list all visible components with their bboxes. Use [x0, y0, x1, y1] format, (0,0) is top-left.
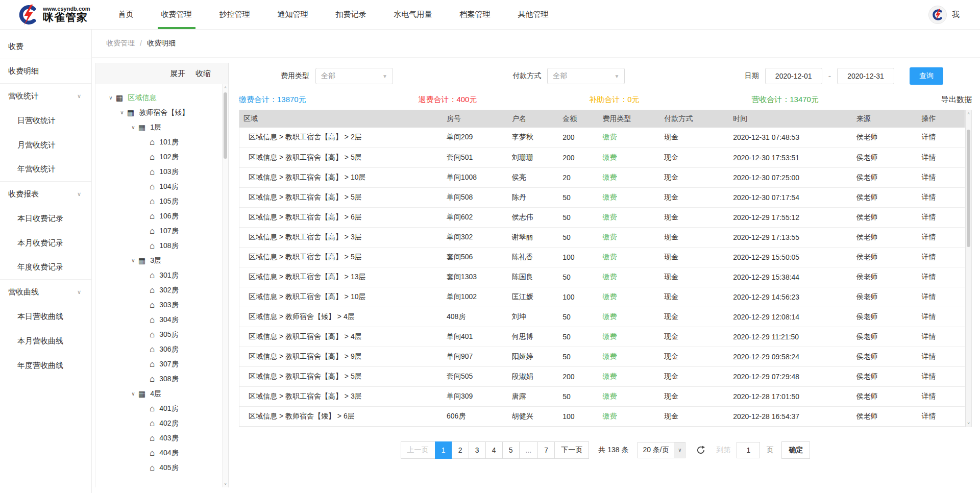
tree-node[interactable]: ∨ ▦ ⌂ 401房 — [95, 401, 221, 416]
search-button[interactable]: 查询 — [910, 67, 943, 85]
detail-link[interactable]: 详情 — [918, 207, 965, 227]
tree-node[interactable]: ∨ ▦ ⌂ 教师宿舍【矮】 — [95, 105, 221, 120]
sidebar-item[interactable]: 年度营收曲线 ∨ — [0, 353, 91, 378]
tree-node[interactable]: ∨ ▦ ⌂ 303房 — [95, 298, 221, 312]
tree-node[interactable]: ∨ ▦ ⌂ 301房 — [95, 268, 221, 283]
confirm-button[interactable]: 确定 — [781, 441, 810, 459]
page-number-button[interactable]: ... — [519, 441, 538, 459]
scrollbar-thumb[interactable] — [224, 92, 227, 159]
fee-type-select[interactable]: 全部 ▼ — [315, 68, 393, 84]
chevron-down-icon[interactable]: ∨ — [128, 125, 138, 130]
tree-node[interactable]: ∨ ▦ ⌂ 106房 — [95, 209, 221, 224]
expand-all-button[interactable]: 展开 — [170, 69, 185, 79]
tree-node[interactable]: ∨ ▦ ⌂ 104房 — [95, 179, 221, 194]
next-page-button[interactable]: 下一页 — [554, 441, 589, 459]
tree-node[interactable]: ∨ ▦ ⌂ 405房 — [95, 460, 221, 475]
nav-item[interactable]: 首页 — [105, 0, 148, 29]
detail-link[interactable]: 详情 — [918, 247, 965, 267]
page-size-select[interactable]: 20 条/页 ∨ — [638, 442, 685, 458]
tree-node[interactable]: ∨ ▦ ⌂ 403房 — [95, 431, 221, 446]
page-number-button[interactable]: 4 — [485, 441, 503, 459]
tree-node[interactable]: ∨ ▦ ⌂ 区域信息 — [95, 90, 221, 105]
detail-link[interactable]: 详情 — [918, 187, 965, 207]
brand-logo[interactable]: www.csyndb.com 咪雀管家 — [0, 0, 105, 29]
table-scrollbar[interactable]: ˄ ˅ — [965, 110, 971, 427]
sidebar-item[interactable]: 本月收费记录 ∨ — [0, 231, 91, 255]
prev-page-button[interactable]: 上一页 — [401, 441, 435, 459]
tree-node[interactable]: ∨ ▦ ⌂ 307房 — [95, 357, 221, 372]
detail-link[interactable]: 详情 — [918, 128, 965, 147]
tree-node[interactable]: ∨ ▦ ⌂ 4层 — [95, 386, 221, 401]
sidebar-item[interactable]: 营收曲线 ∨ — [0, 280, 91, 304]
tree-node[interactable]: ∨ ▦ ⌂ 103房 — [95, 164, 221, 179]
sidebar-item[interactable]: 年营收统计 ∨ — [0, 157, 91, 182]
tree-node[interactable]: ∨ ▦ ⌂ 105房 — [95, 194, 221, 209]
goto-page-input[interactable] — [737, 442, 760, 458]
tree-node[interactable]: ∨ ▦ ⌂ 402房 — [95, 416, 221, 431]
nav-item[interactable]: 扣费记录 — [322, 0, 380, 29]
nav-item[interactable]: 通知管理 — [264, 0, 322, 29]
detail-link[interactable]: 详情 — [918, 366, 965, 386]
tree-node[interactable]: ∨ ▦ ⌂ 302房 — [95, 283, 221, 298]
scroll-down-icon[interactable]: ˅ — [223, 482, 228, 486]
pay-method-select[interactable]: 全部 ▼ — [547, 68, 625, 84]
detail-link[interactable]: 详情 — [918, 347, 965, 366]
nav-item[interactable]: 收费管理 — [148, 0, 206, 29]
tree-scrollbar[interactable]: ˄ ˅ — [222, 84, 228, 487]
page-number-button[interactable]: 7 — [537, 441, 555, 459]
chevron-down-icon[interactable]: ∨ — [128, 258, 138, 263]
detail-link[interactable]: 详情 — [918, 267, 965, 287]
breadcrumb-parent[interactable]: 收费管理 — [106, 39, 135, 48]
chevron-down-icon[interactable]: ∨ — [117, 110, 127, 115]
nav-item[interactable]: 其他管理 — [504, 0, 562, 29]
page-number-button[interactable]: 3 — [469, 441, 486, 459]
user-avatar[interactable] — [928, 6, 947, 24]
scroll-up-icon[interactable]: ˄ — [223, 85, 228, 90]
tree-node[interactable]: ∨ ▦ ⌂ 304房 — [95, 312, 221, 327]
tree-node[interactable]: ∨ ▦ ⌂ 101房 — [95, 135, 221, 150]
date-to-input[interactable]: 2020-12-31 — [837, 68, 894, 84]
tree-node[interactable]: ∨ ▦ ⌂ 3层 — [95, 253, 221, 268]
tree-node[interactable]: ∨ ▦ ⌂ 1层 — [95, 120, 221, 135]
tree-node[interactable]: ∨ ▦ ⌂ 102房 — [95, 150, 221, 164]
tree-node[interactable]: ∨ ▦ ⌂ 308房 — [95, 372, 221, 386]
user-menu[interactable]: 我 — [952, 10, 960, 19]
refresh-icon[interactable] — [696, 445, 706, 455]
sidebar-item[interactable]: 日营收统计 ∨ — [0, 108, 91, 133]
detail-link[interactable]: 详情 — [918, 147, 965, 167]
detail-link[interactable]: 详情 — [918, 406, 965, 426]
chevron-down-icon[interactable]: ∨ — [128, 391, 138, 397]
sidebar-item[interactable]: 本日营收曲线 ∨ — [0, 304, 91, 329]
sidebar-item[interactable]: 年度收费记录 ∨ — [0, 255, 91, 280]
collapse-all-button[interactable]: 收缩 — [195, 69, 211, 79]
sidebar-item[interactable]: 收费明细 ∨ — [0, 59, 91, 84]
chevron-down-icon[interactable]: ∨ — [106, 95, 116, 101]
sidebar-item[interactable]: 本日收费记录 ∨ — [0, 206, 91, 231]
sidebar-item[interactable]: 月营收统计 ∨ — [0, 133, 91, 157]
sidebar-item[interactable]: 收费 ∨ — [0, 35, 91, 59]
sidebar-item[interactable]: 营收统计 ∨ — [0, 84, 91, 108]
nav-item[interactable]: 档案管理 — [446, 0, 504, 29]
page-number-button[interactable]: 5 — [502, 441, 520, 459]
export-data-button[interactable]: 导出数据 — [941, 95, 972, 105]
date-from-input[interactable]: 2020-12-01 — [765, 68, 822, 84]
tree-node[interactable]: ∨ ▦ ⌂ 305房 — [95, 327, 221, 342]
detail-link[interactable]: 详情 — [918, 327, 965, 347]
tree-node[interactable]: ∨ ▦ ⌂ 108房 — [95, 238, 221, 253]
detail-link[interactable]: 详情 — [918, 227, 965, 247]
detail-link[interactable]: 详情 — [918, 287, 965, 307]
tree-node[interactable]: ∨ ▦ ⌂ 107房 — [95, 224, 221, 238]
page-number-button[interactable]: 1 — [435, 441, 452, 459]
detail-link[interactable]: 详情 — [918, 167, 965, 187]
sidebar-item[interactable]: 本月营收曲线 ∨ — [0, 329, 91, 353]
nav-item[interactable]: 抄控管理 — [206, 0, 264, 29]
sidebar-item[interactable]: 收费报表 ∨ — [0, 182, 91, 206]
scroll-down-icon[interactable]: ˅ — [966, 421, 971, 426]
scroll-up-icon[interactable]: ˄ — [966, 111, 971, 116]
detail-link[interactable]: 详情 — [918, 307, 965, 327]
tree-node[interactable]: ∨ ▦ ⌂ 306房 — [95, 342, 221, 357]
nav-item[interactable]: 水电气用量 — [380, 0, 446, 29]
page-number-button[interactable]: 2 — [452, 441, 469, 459]
scrollbar-thumb[interactable] — [967, 130, 970, 247]
detail-link[interactable]: 详情 — [918, 386, 965, 406]
